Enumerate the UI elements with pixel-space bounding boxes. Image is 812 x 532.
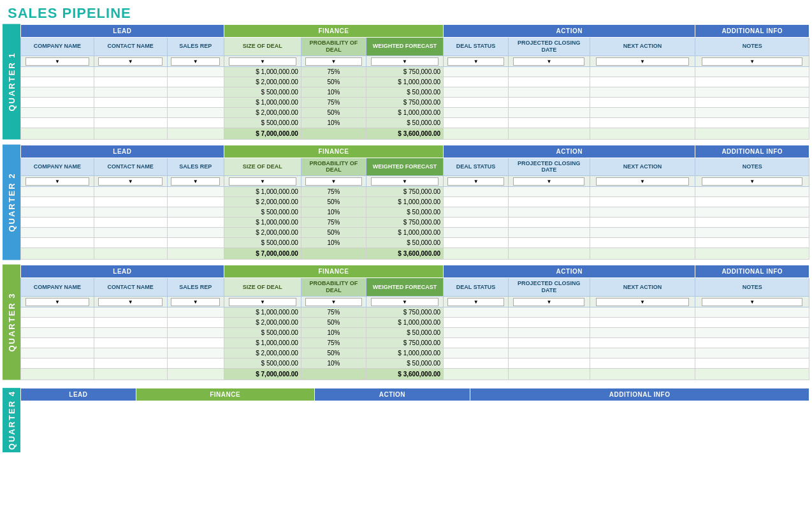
col-header-projected-closing-date: PROJECTED CLOSING DATE (509, 38, 590, 56)
col-header-size-of-deal: SIZE OF DEAL (224, 278, 301, 297)
filter-dropdown[interactable]: ▼ (596, 57, 690, 66)
filter-dropdown[interactable]: ▼ (371, 177, 439, 186)
size-of-deal: $ 1,000,000.00 (224, 307, 301, 317)
probability: 10% (301, 327, 366, 337)
filter-dropdown[interactable]: ▼ (305, 298, 362, 306)
q4-section-header: LEADFINANCEACTIONADDITIONAL INFO (21, 388, 809, 401)
table-row: $ 1,000,000.0075%$ 750,000.00 (21, 97, 809, 107)
table-row: $ 2,000,000.0050%$ 1,000,000.00 (21, 348, 809, 358)
weighted-forecast: $ 50,000.00 (366, 87, 443, 97)
col-header-deal-status: DEAL STATUS (444, 278, 509, 297)
probability: 50% (301, 348, 366, 358)
filter-dropdown[interactable]: ▼ (98, 177, 163, 186)
filter-dropdown[interactable]: ▼ (513, 298, 584, 306)
col-header-sales-rep: SALES REP (167, 38, 224, 56)
filter-dropdown[interactable]: ▼ (447, 57, 504, 66)
filter-dropdown[interactable]: ▼ (229, 57, 296, 66)
section-lead-header: LEAD (21, 25, 224, 38)
total-wf: $ 3,600,000.00 (366, 248, 443, 260)
size-of-deal: $ 2,000,000.00 (224, 228, 301, 238)
total-row: $ 7,000,000.00$ 3,600,000.00 (21, 128, 809, 139)
col-header-sales-rep: SALES REP (167, 278, 224, 297)
total-wf: $ 3,600,000.00 (366, 128, 443, 139)
filter-dropdown[interactable]: ▼ (229, 177, 296, 186)
size-of-deal: $ 1,000,000.00 (224, 97, 301, 107)
q4-header-lead: LEAD (21, 388, 136, 401)
quarter-label: QUARTER 2 (3, 145, 20, 260)
filter-dropdown[interactable]: ▼ (371, 298, 439, 306)
section-lead-header: LEAD (21, 145, 224, 158)
filter-dropdown[interactable]: ▼ (25, 298, 90, 306)
size-of-deal: $ 2,000,000.00 (224, 197, 301, 207)
size-of-deal: $ 2,000,000.00 (224, 317, 301, 327)
section-finance-header: FINANCE (224, 265, 443, 278)
size-of-deal: $ 500,000.00 (224, 327, 301, 337)
q4-header-action: ACTION (314, 388, 470, 401)
probability: 75% (301, 307, 366, 317)
weighted-forecast: $ 750,000.00 (366, 187, 443, 197)
filter-dropdown[interactable]: ▼ (98, 298, 163, 306)
size-of-deal: $ 2,000,000.00 (224, 107, 301, 117)
filter-dropdown[interactable]: ▼ (596, 177, 690, 186)
quarter4-partial: QUARTER 4LEADFINANCEACTIONADDITIONAL INF… (0, 388, 812, 460)
filter-dropdown[interactable]: ▼ (702, 57, 802, 66)
filter-dropdown[interactable]: ▼ (305, 57, 362, 66)
col-header-probability-of-deal: PROBABILITY OF DEAL (301, 278, 366, 297)
col-header-probability-of-deal: PROBABILITY OF DEAL (301, 158, 366, 176)
probability: 75% (301, 66, 366, 77)
quarter4-table-wrap: LEADFINANCEACTIONADDITIONAL INFO (20, 388, 809, 452)
section-finance-header: FINANCE (224, 25, 443, 38)
probability: 10% (301, 207, 366, 218)
filter-dropdown[interactable]: ▼ (25, 177, 90, 186)
filter-dropdown[interactable]: ▼ (171, 298, 221, 306)
filter-dropdown[interactable]: ▼ (702, 177, 802, 186)
weighted-forecast: $ 50,000.00 (366, 327, 443, 337)
filter-dropdown[interactable]: ▼ (98, 57, 163, 66)
probability: 75% (301, 337, 366, 348)
filter-dropdown[interactable]: ▼ (447, 298, 504, 306)
weighted-forecast: $ 1,000,000.00 (366, 107, 443, 117)
weighted-forecast: $ 750,000.00 (366, 307, 443, 317)
filter-dropdown[interactable]: ▼ (229, 298, 296, 306)
filter-dropdown[interactable]: ▼ (25, 57, 90, 66)
quarter4-section: QUARTER 4LEADFINANCEACTIONADDITIONAL INF… (3, 388, 809, 452)
total-row: $ 7,000,000.00$ 3,600,000.00 (21, 248, 809, 260)
filter-dropdown[interactable]: ▼ (305, 177, 362, 186)
table-row: $ 2,000,000.0050%$ 1,000,000.00 (21, 77, 809, 87)
section-lead-header: LEAD (21, 265, 224, 278)
col-header-company-name: COMPANY NAME (21, 278, 94, 297)
page-title: SALES PIPELINE (0, 0, 812, 24)
filter-dropdown[interactable]: ▼ (702, 298, 802, 306)
col-header-sales-rep: SALES REP (167, 158, 224, 176)
table-row: $ 500,000.0010%$ 50,000.00 (21, 358, 809, 368)
weighted-forecast: $ 750,000.00 (366, 66, 443, 77)
total-size: $ 7,000,000.00 (224, 368, 301, 380)
filter-dropdown[interactable]: ▼ (513, 57, 584, 66)
size-of-deal: $ 1,000,000.00 (224, 337, 301, 348)
filter-dropdown[interactable]: ▼ (513, 177, 584, 186)
section-additional-header: ADDITIONAL INFO (695, 25, 809, 38)
table-row: $ 500,000.0010%$ 50,000.00 (21, 327, 809, 337)
filter-dropdown[interactable]: ▼ (371, 57, 439, 66)
filter-dropdown[interactable]: ▼ (171, 57, 221, 66)
section-additional-header: ADDITIONAL INFO (695, 265, 809, 278)
table-row: $ 2,000,000.0050%$ 1,000,000.00 (21, 317, 809, 327)
section-action-header: ACTION (444, 265, 695, 278)
weighted-forecast: $ 1,000,000.00 (366, 228, 443, 238)
col-header-company-name: COMPANY NAME (21, 38, 94, 56)
filter-dropdown[interactable]: ▼ (596, 298, 690, 306)
probability: 75% (301, 218, 366, 228)
weighted-forecast: $ 1,000,000.00 (366, 197, 443, 207)
col-header-contact-name: CONTACT NAME (94, 158, 167, 176)
filter-dropdown[interactable]: ▼ (171, 177, 221, 186)
filter-row: ▼▼▼▼▼▼▼▼▼▼ (21, 55, 809, 66)
table-row: $ 2,000,000.0050%$ 1,000,000.00 (21, 197, 809, 207)
probability: 50% (301, 77, 366, 87)
weighted-forecast: $ 750,000.00 (366, 337, 443, 348)
table-row: $ 1,000,000.0075%$ 750,000.00 (21, 337, 809, 348)
filter-dropdown[interactable]: ▼ (447, 177, 504, 186)
weighted-forecast: $ 50,000.00 (366, 207, 443, 218)
weighted-forecast: $ 1,000,000.00 (366, 317, 443, 327)
total-size: $ 7,000,000.00 (224, 128, 301, 139)
section-finance-header: FINANCE (224, 145, 443, 158)
